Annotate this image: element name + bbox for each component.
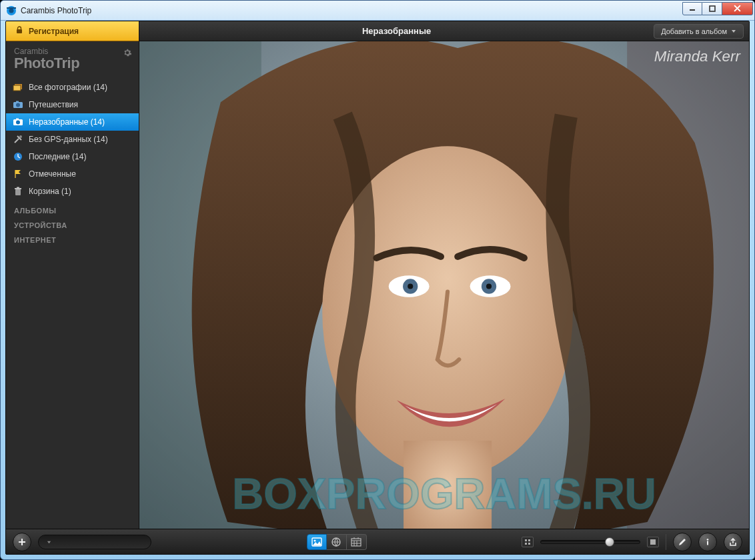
sidebar-item-label: Неразобранные (14) [29, 117, 105, 127]
svg-rect-39 [650, 539, 656, 545]
view-tab-calendar[interactable] [347, 534, 367, 550]
thumb-large-button[interactable] [647, 537, 659, 547]
zoom-slider-thumb[interactable] [605, 537, 614, 547]
sidebar-item-label: Все фотографии (14) [29, 83, 107, 92]
svg-rect-35 [525, 539, 527, 541]
edit-button[interactable] [673, 533, 692, 551]
titlebar[interactable]: Carambis PhotoTrip [1, 1, 754, 21]
plus-icon [17, 537, 27, 547]
sidebar-item-flagged[interactable]: Отмеченные [6, 165, 139, 183]
sidebar-item-all[interactable]: Все фотографии (14) [6, 79, 139, 96]
app-window: Carambis PhotoTrip Регистрация [0, 0, 755, 560]
thumb-small-button[interactable] [522, 537, 534, 547]
svg-rect-4 [710, 6, 715, 11]
sidebar-item-unsorted[interactable]: Неразобранные (14) [6, 113, 139, 131]
svg-point-32 [313, 539, 315, 541]
add-button[interactable] [13, 533, 31, 551]
chevron-down-icon [731, 27, 736, 35]
share-button[interactable] [724, 533, 742, 551]
add-to-album-button[interactable]: Добавить в альбом [654, 24, 744, 39]
image-viewer[interactable]: Miranda Kerr BOXPROGRAMS.RU [139, 41, 749, 529]
grid-small-icon [524, 539, 531, 545]
svg-rect-10 [16, 101, 19, 103]
minimize-button[interactable] [682, 2, 702, 15]
close-button[interactable] [722, 2, 753, 15]
search-input[interactable] [54, 538, 146, 546]
flag-icon [13, 169, 23, 179]
svg-rect-17 [15, 188, 21, 189]
stack-icon [13, 82, 23, 93]
signature-text: Miranda Kerr [654, 48, 742, 65]
share-icon [728, 537, 738, 547]
cat-internet[interactable]: ИНТЕРНЕТ [14, 236, 131, 244]
sidebar-item-trash[interactable]: Корзина (1) [6, 183, 139, 200]
registration-button[interactable]: Регистрация [6, 21, 139, 41]
pencil-icon [678, 537, 687, 547]
lock-icon [15, 26, 23, 36]
svg-point-1 [9, 8, 14, 13]
main: Неразобранные Добавить в альбом [139, 21, 749, 529]
cat-albums[interactable]: АЛЬБОМЫ [14, 207, 131, 215]
app-body: Регистрация Carambis PhotoTrip Все фотог… [5, 21, 750, 555]
sidebar-item-label: Отмеченные [29, 169, 76, 179]
zoom-slider[interactable] [540, 540, 640, 544]
sidebar-item-label: Путешествия [29, 100, 78, 109]
info-button[interactable] [698, 533, 717, 551]
svg-rect-2 [7, 7, 16, 9]
camera-icon [13, 117, 23, 127]
view-tab-map[interactable] [327, 534, 347, 550]
sidebar-item-label: Корзина (1) [29, 187, 71, 196]
svg-rect-38 [528, 543, 530, 545]
svg-point-29 [486, 283, 492, 289]
sidebar-item-label: Последние (14) [29, 152, 86, 161]
tools-icon [13, 134, 23, 145]
globe-icon [331, 537, 341, 547]
camera-icon [13, 99, 23, 110]
photo-placeholder: Miranda Kerr BOXPROGRAMS.RU [139, 41, 749, 529]
window-buttons [682, 2, 753, 15]
svg-point-9 [16, 103, 20, 107]
svg-rect-3 [690, 9, 695, 11]
sidebar-item-label: Без GPS-данных (14) [29, 135, 108, 144]
search-box[interactable] [38, 535, 151, 549]
topbar: Неразобранные Добавить в альбом [139, 21, 749, 41]
sidebar-item-nogps[interactable]: Без GPS-данных (14) [6, 131, 139, 148]
svg-rect-5 [17, 29, 22, 33]
svg-rect-18 [17, 187, 19, 189]
app-icon [6, 5, 17, 16]
add-to-album-label: Добавить в альбом [661, 27, 727, 35]
svg-rect-37 [525, 543, 527, 545]
info-icon [703, 537, 712, 547]
page-title: Неразобранные [145, 26, 648, 36]
view-tab-photo[interactable] [307, 534, 327, 550]
svg-point-28 [408, 283, 413, 289]
window-title: Carambis PhotoTrip [21, 6, 682, 15]
svg-rect-36 [528, 539, 530, 541]
brand: Carambis PhotoTrip [6, 41, 139, 79]
svg-point-12 [16, 121, 20, 125]
brand-line2: PhotoTrip [14, 55, 131, 72]
separator [666, 534, 666, 550]
gear-icon [123, 48, 132, 57]
svg-rect-7 [13, 85, 21, 91]
image-icon [311, 537, 322, 547]
watermark-text: BOXPROGRAMS.RU [232, 469, 656, 518]
cat-devices[interactable]: УСТРОЙСТВА [14, 221, 131, 229]
registration-label: Регистрация [29, 27, 79, 36]
svg-rect-41 [707, 541, 708, 545]
calendar-icon [351, 537, 361, 547]
svg-rect-13 [16, 119, 19, 120]
sidebar-categories: АЛЬБОМЫ УСТРОЙСТВА ИНТЕРНЕТ [6, 200, 139, 251]
view-tabs [307, 534, 367, 550]
chevron-down-icon [47, 538, 51, 546]
trash-icon [13, 186, 23, 197]
settings-button[interactable] [123, 48, 132, 60]
footer [6, 529, 749, 554]
sidebar-item-trips[interactable]: Путешествия [6, 96, 139, 113]
svg-rect-34 [351, 539, 361, 546]
maximize-button[interactable] [702, 2, 722, 15]
nav-list: Все фотографии (14) Путешествия Неразобр… [6, 79, 139, 200]
clock-icon [13, 151, 23, 162]
svg-point-40 [707, 538, 709, 540]
sidebar-item-recent[interactable]: Последние (14) [6, 148, 139, 165]
